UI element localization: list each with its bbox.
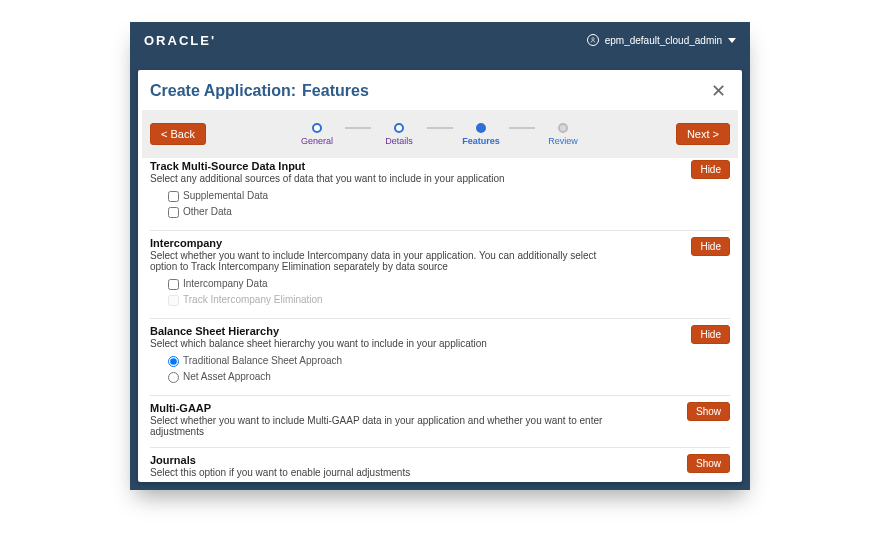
hide-button[interactable]: Hide bbox=[691, 325, 730, 344]
step-general[interactable]: General bbox=[289, 123, 345, 146]
brand-logo: ORACLE' bbox=[144, 33, 216, 48]
step-connector bbox=[345, 127, 371, 129]
checkbox-intercompany-data[interactable]: Intercompany Data bbox=[168, 276, 730, 292]
show-button[interactable]: Show bbox=[687, 402, 730, 421]
step-details[interactable]: Details bbox=[371, 123, 427, 146]
section-intercompany: Intercompany Select whether you want to … bbox=[150, 230, 730, 318]
checkbox-input bbox=[168, 295, 179, 306]
section-desc: Select whether you want to include Inter… bbox=[150, 250, 620, 272]
step-connector bbox=[509, 127, 535, 129]
section-balance-sheet: Balance Sheet Hierarchy Select which bal… bbox=[150, 318, 730, 395]
show-button[interactable]: Show bbox=[687, 454, 730, 473]
checkbox-supplemental-data[interactable]: Supplemental Data bbox=[168, 188, 730, 204]
wizard-bar: < Back General Details Features bbox=[142, 110, 738, 158]
section-desc: Select whether you want to include Multi… bbox=[150, 415, 620, 437]
radio-input[interactable] bbox=[168, 372, 179, 383]
option-label: Supplemental Data bbox=[183, 188, 268, 204]
option-label: Other Data bbox=[183, 204, 232, 220]
section-track-multi-source: Track Multi-Source Data Input Select any… bbox=[150, 158, 730, 230]
checkbox-input[interactable] bbox=[168, 207, 179, 218]
next-button[interactable]: Next > bbox=[676, 123, 730, 145]
svg-point-0 bbox=[591, 38, 593, 40]
step-features[interactable]: Features bbox=[453, 123, 509, 146]
checkbox-other-data[interactable]: Other Data bbox=[168, 204, 730, 220]
section-multi-gaap: Multi-GAAP Select whether you want to in… bbox=[150, 395, 730, 447]
step-dot-icon bbox=[558, 123, 568, 133]
section-desc: Select which balance sheet hierarchy you… bbox=[150, 338, 487, 349]
dialog-title-prefix: Create Application: bbox=[150, 82, 296, 100]
step-dot-icon bbox=[476, 123, 486, 133]
step-label: General bbox=[301, 136, 333, 146]
features-scroll[interactable]: Track Multi-Source Data Input Select any… bbox=[142, 154, 738, 478]
step-dot-icon bbox=[394, 123, 404, 133]
section-desc: Select any additional sources of data th… bbox=[150, 173, 505, 184]
section-title: Multi-GAAP bbox=[150, 402, 620, 414]
option-label: Intercompany Data bbox=[183, 276, 268, 292]
section-desc: Select this option if you want to enable… bbox=[150, 467, 410, 478]
back-button[interactable]: < Back bbox=[150, 123, 206, 145]
section-title: Intercompany bbox=[150, 237, 620, 249]
checkbox-input[interactable] bbox=[168, 191, 179, 202]
caret-down-icon bbox=[728, 38, 736, 43]
section-title: Track Multi-Source Data Input bbox=[150, 160, 505, 172]
step-label: Details bbox=[385, 136, 413, 146]
user-icon bbox=[587, 34, 599, 46]
step-dot-icon bbox=[312, 123, 322, 133]
dialog-panel: Create Application: Features ✕ < Back Ge… bbox=[138, 70, 742, 482]
dialog-header: Create Application: Features ✕ bbox=[138, 76, 742, 110]
option-label: Traditional Balance Sheet Approach bbox=[183, 353, 342, 369]
checkbox-input[interactable] bbox=[168, 279, 179, 290]
app-frame: ORACLE' epm_default_cloud_admin Create A… bbox=[130, 22, 750, 490]
close-icon[interactable]: ✕ bbox=[707, 80, 730, 102]
step-review[interactable]: Review bbox=[535, 123, 591, 146]
user-label: epm_default_cloud_admin bbox=[605, 35, 722, 46]
section-title: Balance Sheet Hierarchy bbox=[150, 325, 487, 337]
section-journals: Journals Select this option if you want … bbox=[150, 447, 730, 478]
radio-net-asset-approach[interactable]: Net Asset Approach bbox=[168, 369, 730, 385]
user-menu[interactable]: epm_default_cloud_admin bbox=[587, 34, 736, 46]
hide-button[interactable]: Hide bbox=[691, 237, 730, 256]
checkbox-track-intercompany-elim: Track Intercompany Elimination bbox=[168, 292, 730, 308]
wizard-steps: General Details Features Review bbox=[289, 123, 591, 146]
option-label: Track Intercompany Elimination bbox=[183, 292, 323, 308]
topbar: ORACLE' epm_default_cloud_admin bbox=[130, 22, 750, 58]
dialog-title-step: Features bbox=[302, 82, 369, 100]
step-label: Features bbox=[462, 136, 500, 146]
radio-traditional-approach[interactable]: Traditional Balance Sheet Approach bbox=[168, 353, 730, 369]
section-title: Journals bbox=[150, 454, 410, 466]
step-label: Review bbox=[548, 136, 578, 146]
step-connector bbox=[427, 127, 453, 129]
hide-button[interactable]: Hide bbox=[691, 160, 730, 179]
option-label: Net Asset Approach bbox=[183, 369, 271, 385]
radio-input[interactable] bbox=[168, 356, 179, 367]
